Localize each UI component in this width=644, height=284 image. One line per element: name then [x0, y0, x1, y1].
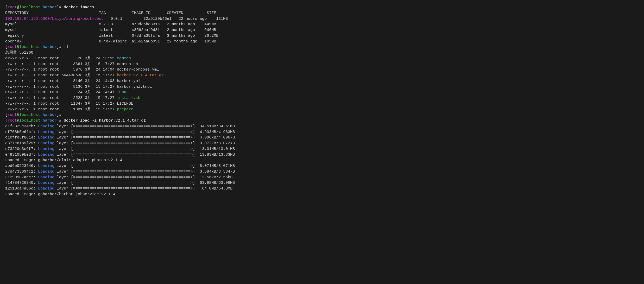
terminal-line: [root@localhost harbor]# ll	[5, 44, 639, 50]
terminal-line: 192.168.64.152:5000/baiyp/spring-boot-te…	[5, 16, 639, 22]
terminal-line: drwxr-xr-x. 3 root root 20 3月 24 13:55 c…	[5, 56, 639, 61]
command-text: docker images	[64, 5, 94, 10]
output-part: Loading	[38, 129, 54, 135]
output-part: Loading	[38, 163, 54, 169]
output-part: layer [=================================…	[54, 124, 235, 129]
output-line: registry latest 678dfa38fcfa 3 months ag…	[5, 33, 218, 39]
terminal-line: registry latest 678dfa38fcfa 3 months ag…	[5, 33, 639, 39]
output-part: d73220d3c6f7:	[5, 146, 38, 152]
output-part: e4831089bed7:	[5, 152, 38, 158]
output-part: Loading	[38, 186, 54, 192]
output-part: drwxr-xr-x. 2 root root 24 3月 24 14:47	[5, 90, 117, 95]
output-part: prepare	[117, 107, 133, 112]
output-line: -rw-r--r--. 1 root root 8136 3月 15 17:27…	[5, 84, 152, 90]
output-part: f14784726940:	[5, 180, 38, 186]
output-part: cf708b0e6fcf:	[5, 129, 38, 135]
terminal-line: e4831089bed7: Loading layer [===========…	[5, 152, 639, 158]
command-text: docker load -i harbor.v2.1.4.tar.gz	[64, 118, 146, 124]
output-part: drwxr-xr-x. 3 root root 20 3月 24 13:55	[5, 56, 117, 61]
terminal-line: [root@localhost harbor]#	[5, 112, 639, 118]
terminal-line: e1f3329c34eb: Loading layer [===========…	[5, 124, 639, 129]
output-part: 27d473369fc2:	[5, 169, 38, 175]
terminal-line: 27d473369fc2: Loading layer [===========…	[5, 169, 639, 175]
output-part: -rw-r--r--. 1 root root 564438538 3月 15 …	[5, 73, 117, 78]
terminal-line: cf708b0e6fcf: Loading layer [===========…	[5, 129, 639, 135]
output-line: mysql latest c8562eaf9d81 2 months ago 5…	[5, 27, 216, 33]
output-line: 总用量 551260	[5, 50, 33, 56]
terminal-line: Loaded image: goharbor/clair-adapter-pho…	[5, 157, 639, 163]
output-part: 5.7.33 a70d36bc331a 2 months ago 449MB	[17, 22, 216, 27]
terminal-line: -rw-r--r--. 1 root root 8136 3月 15 17:27…	[5, 84, 639, 90]
command-text: ll	[64, 44, 68, 50]
terminal-line: Loaded image: goharbor/harbor-jobservice…	[5, 192, 639, 197]
output-part: layer [=================================…	[54, 163, 235, 169]
output-part: c377e6189f29:	[5, 141, 38, 146]
output-line: -rw-r--r--. 1 root root 3361 3月 15 17:27…	[5, 61, 138, 67]
output-part: -rwxr-xr-x. 1 root root 2523 3月 15 17:27	[5, 95, 117, 101]
terminal-line: mysql latest c8562eaf9d81 2 months ago 5…	[5, 27, 639, 33]
output-part: 0.0.1 32a5129b46e1 22 hours ago 131MB	[104, 16, 228, 22]
output-line: -rw-r--r--. 1 root root 5976 3月 24 14:04…	[5, 67, 159, 73]
output-part: layer [=================================…	[54, 169, 235, 175]
output-line: -rw-r--r--. 1 root root 11347 3月 15 17:2…	[5, 101, 133, 107]
terminal-line: -rwxr-xr-x. 1 root root 2523 3月 15 17:27…	[5, 95, 639, 101]
terminal-line: c377e6189f29: Loading layer [===========…	[5, 141, 639, 146]
output-part: abd6e0523946:	[5, 163, 38, 169]
output-line: Loaded image: goharbor/harbor-jobservice…	[5, 192, 115, 197]
output-part: Loading	[38, 135, 54, 141]
terminal-line: 总用量 551260	[5, 50, 639, 56]
output-part: Loading	[38, 175, 54, 180]
output-part: -rwxr-xr-x. 1 root root 1881 3月 15 17:27	[5, 107, 117, 112]
output-part: install.sh	[117, 95, 140, 101]
terminal-line: 31299907aec7: Loading layer [===========…	[5, 175, 639, 180]
output-part: 192.168.64.152:5000/baiyp/spring-boot-te…	[5, 16, 104, 22]
output-part: Loading	[38, 141, 54, 146]
output-part: Loading	[38, 152, 54, 158]
terminal-line: -rw-r--r--. 1 root root 11347 3月 15 17:2…	[5, 101, 639, 107]
output-part: mysql	[5, 22, 17, 27]
output-part: layer [=================================…	[54, 141, 235, 146]
terminal-line: c10ffe3f8614: Loading layer [===========…	[5, 135, 639, 141]
output-part: 12510ca4a86c:	[5, 186, 38, 192]
terminal-line: f14784726940: Loading layer [===========…	[5, 180, 639, 186]
output-line: openjdk 8-jdk-alpine a3562aa0b991 22 mon…	[5, 39, 216, 45]
terminal-line: [root@localhost harbor]# docker images	[5, 5, 639, 10]
terminal-line: openjdk 8-jdk-alpine a3562aa0b991 22 mon…	[5, 39, 639, 45]
output-part: 31299907aec7:	[5, 175, 38, 180]
terminal-line: -rw-r--r--. 1 root root 564438538 3月 15 …	[5, 73, 639, 78]
output-part: input	[117, 90, 129, 95]
output-line: Loaded image: goharbor/clair-adapter-pho…	[5, 157, 122, 163]
output-part: layer [=================================…	[54, 135, 235, 141]
output-part: layer [=================================…	[54, 146, 235, 152]
terminal-line: d73220d3c6f7: Loading layer [===========…	[5, 146, 639, 152]
output-part: e1f3329c34eb:	[5, 124, 38, 129]
output-part: layer [=================================…	[54, 175, 232, 180]
output-part: layer [=================================…	[54, 152, 235, 158]
terminal-line: abd6e0523946: Loading layer [===========…	[5, 163, 639, 169]
output-part: Loading	[38, 146, 54, 152]
terminal-line: 12510ca4a86c: Loading layer [===========…	[5, 186, 639, 192]
terminal-line: REPOSITORY TAG IMAGE ID CREATED SIZE	[5, 10, 639, 16]
output-part: common	[117, 56, 131, 61]
terminal-line: mysql 5.7.33 a70d36bc331a 2 months ago 4…	[5, 22, 639, 27]
output-part: c10ffe3f8614:	[5, 135, 38, 141]
terminal-line: drwxr-xr-x. 2 root root 24 3月 24 14:47 i…	[5, 90, 639, 95]
output-line: REPOSITORY TAG IMAGE ID CREATED SIZE	[5, 10, 216, 16]
terminal-line: -rw-r--r--. 1 root root 5976 3月 24 14:04…	[5, 67, 639, 73]
terminal-line: -rwxr-xr-x. 1 root root 1881 3月 15 17:27…	[5, 107, 639, 112]
output-part: Loading	[38, 180, 54, 186]
terminal-line: [root@localhost harbor]# docker load -i …	[5, 118, 639, 124]
output-line: -rw-r--r--. 1 root root 8140 3月 24 14:03…	[5, 78, 140, 84]
output-part: Loading	[38, 124, 54, 129]
output-part: harbor.v2.1.4.tar.gz	[117, 73, 164, 78]
output-part: layer [=================================…	[54, 186, 232, 192]
terminal-line: -rw-r--r--. 1 root root 3361 3月 15 17:27…	[5, 61, 639, 67]
output-part: Loading	[38, 169, 54, 175]
output-part: layer [=================================…	[54, 129, 235, 135]
output-part: layer [=================================…	[54, 180, 235, 186]
terminal-line: -rw-r--r--. 1 root root 8140 3月 24 14:03…	[5, 78, 639, 84]
terminal: [root@localhost harbor]# docker imagesRE…	[5, 5, 639, 197]
